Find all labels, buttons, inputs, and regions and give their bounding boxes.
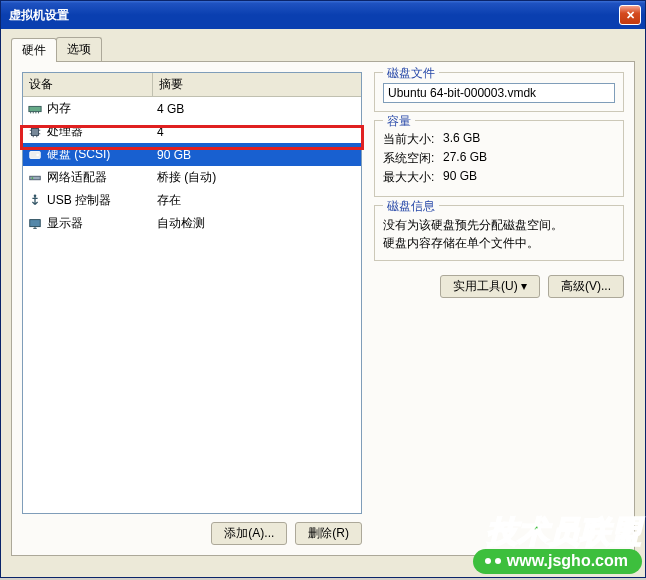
capacity-group: 容量 当前大小: 3.6 GB 系统空闲: 27.6 GB 最大大小: 90 G… — [374, 120, 624, 197]
label: 当前大小: — [383, 131, 443, 148]
info-line-1: 没有为该硬盘预先分配磁盘空间。 — [383, 216, 615, 234]
device-table: 设备 摘要 内存 4 GB — [22, 72, 362, 514]
usb-icon — [23, 194, 47, 208]
svg-rect-4 — [30, 176, 41, 180]
table-row-cpu[interactable]: 处理器 4 — [23, 120, 361, 143]
device-summary: 4 — [153, 123, 361, 141]
column-device[interactable]: 设备 — [23, 73, 153, 96]
device-summary: 桥接 (自动) — [153, 167, 361, 188]
svg-rect-1 — [32, 128, 39, 135]
device-summary: 存在 — [153, 190, 361, 211]
device-label: 硬盘 (SCSI) — [47, 144, 153, 165]
chevron-down-icon: ▾ — [521, 279, 527, 293]
tab-hardware[interactable]: 硬件 — [11, 38, 57, 62]
settings-window: 虚拟机设置 ✕ 硬件 选项 设备 摘要 — [0, 0, 646, 578]
value: 3.6 GB — [443, 131, 615, 148]
disk-actions: 实用工具(U) ▾ 高级(V)... — [374, 275, 624, 298]
window-title: 虚拟机设置 — [9, 7, 619, 24]
svg-rect-7 — [30, 219, 41, 226]
label: 系统空闲: — [383, 150, 443, 167]
device-label: 处理器 — [47, 121, 153, 142]
device-label: 显示器 — [47, 213, 153, 234]
device-summary: 4 GB — [153, 100, 361, 118]
right-pane: 磁盘文件 容量 当前大小: 3.6 GB 系统空闲: 27.6 GB — [374, 72, 624, 545]
remove-button[interactable]: 删除(R) — [295, 522, 362, 545]
tab-body: 设备 摘要 内存 4 GB — [11, 61, 635, 556]
content-area: 硬件 选项 设备 摘要 — [1, 29, 645, 577]
cpu-icon — [23, 125, 47, 139]
utilities-button[interactable]: 实用工具(U) ▾ — [440, 275, 540, 298]
group-title: 磁盘文件 — [383, 65, 439, 82]
info-line-2: 硬盘内容存储在单个文件中。 — [383, 234, 615, 252]
button-label: 实用工具(U) — [453, 279, 518, 293]
advanced-button[interactable]: 高级(V)... — [548, 275, 624, 298]
display-icon — [23, 217, 47, 231]
svg-point-3 — [36, 153, 39, 156]
device-table-header: 设备 摘要 — [23, 73, 361, 97]
group-title: 容量 — [383, 113, 415, 130]
left-pane: 设备 摘要 内存 4 GB — [22, 72, 362, 545]
value: 90 GB — [443, 169, 615, 186]
add-button[interactable]: 添加(A)... — [211, 522, 287, 545]
tabpanel: 硬件 选项 设备 摘要 — [11, 37, 635, 567]
value: 27.6 GB — [443, 150, 615, 167]
disk-info-group: 磁盘信息 没有为该硬盘预先分配磁盘空间。 硬盘内容存储在单个文件中。 — [374, 205, 624, 261]
table-row-display[interactable]: 显示器 自动检测 — [23, 212, 361, 235]
disk-file-input[interactable] — [383, 83, 615, 103]
table-row-usb[interactable]: USB 控制器 存在 — [23, 189, 361, 212]
memory-icon — [23, 102, 47, 116]
device-table-body: 内存 4 GB 处理器 4 — [23, 97, 361, 235]
titlebar: 虚拟机设置 ✕ — [1, 1, 645, 29]
device-label: 内存 — [47, 98, 153, 119]
capacity-current: 当前大小: 3.6 GB — [383, 131, 615, 148]
device-summary: 90 GB — [153, 146, 361, 164]
table-row-disk[interactable]: 硬盘 (SCSI) 90 GB — [23, 143, 361, 166]
close-button[interactable]: ✕ — [619, 5, 641, 25]
device-label: 网络适配器 — [47, 167, 153, 188]
device-label: USB 控制器 — [47, 190, 153, 211]
device-buttons: 添加(A)... 删除(R) — [22, 522, 362, 545]
group-title: 磁盘信息 — [383, 198, 439, 215]
svg-rect-0 — [29, 106, 41, 111]
table-row-network[interactable]: 网络适配器 桥接 (自动) — [23, 166, 361, 189]
disk-file-group: 磁盘文件 — [374, 72, 624, 112]
capacity-max: 最大大小: 90 GB — [383, 169, 615, 186]
network-icon — [23, 171, 47, 185]
svg-point-5 — [32, 177, 34, 179]
column-summary[interactable]: 摘要 — [153, 73, 361, 96]
device-summary: 自动检测 — [153, 213, 361, 234]
tabstrip: 硬件 选项 — [11, 37, 635, 61]
tab-options[interactable]: 选项 — [56, 37, 102, 61]
close-icon: ✕ — [626, 9, 635, 22]
disk-icon — [23, 148, 47, 162]
table-row-memory[interactable]: 内存 4 GB — [23, 97, 361, 120]
label: 最大大小: — [383, 169, 443, 186]
capacity-free: 系统空闲: 27.6 GB — [383, 150, 615, 167]
svg-point-6 — [34, 194, 37, 197]
